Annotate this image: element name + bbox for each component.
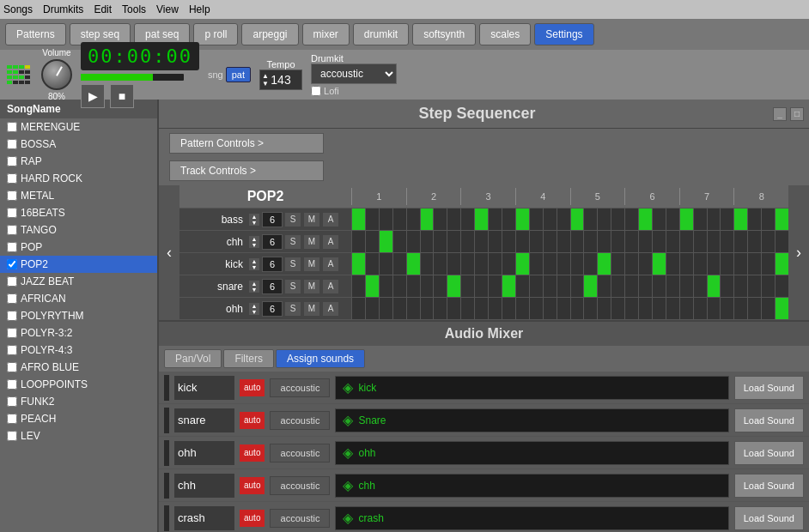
sidebar-item-16beats[interactable]: 16BEATS: [0, 204, 157, 221]
seq-cell-bass-4[interactable]: [406, 209, 420, 230]
sidebar-item-peach[interactable]: PEACH: [0, 410, 157, 427]
seq-cell-chh-31[interactable]: [775, 231, 788, 252]
play-button[interactable]: ▶: [81, 84, 105, 108]
seq-cell-kick-11[interactable]: [502, 253, 515, 275]
mixer-auto-btn-crash[interactable]: auto: [240, 510, 265, 527]
seq-cell-chh-26[interactable]: [707, 231, 721, 252]
song-checkbox-metal[interactable]: [7, 190, 17, 201]
seq-cell-chh-12[interactable]: [515, 231, 529, 252]
seq-cell-bass-3[interactable]: [392, 209, 406, 230]
seq-cell-bass-25[interactable]: [693, 209, 707, 230]
tab-p-roll[interactable]: p roll: [193, 23, 238, 45]
seq-cell-kick-19[interactable]: [611, 253, 624, 275]
seq-cell-kick-31[interactable]: [775, 253, 788, 275]
seq-cell-chh-3[interactable]: [392, 231, 406, 252]
seq-cell-ohh-19[interactable]: [611, 298, 624, 319]
seq-next-arrow[interactable]: ›: [788, 185, 809, 320]
track-spinners-bass[interactable]: ▲ ▼: [248, 213, 260, 227]
song-checkbox-merengue[interactable]: [7, 122, 17, 132]
seq-cell-ohh-1[interactable]: [365, 298, 379, 319]
track-controls-button[interactable]: Track Controls >: [169, 160, 324, 181]
seq-cell-ohh-10[interactable]: [488, 298, 502, 319]
seq-cell-snare-20[interactable]: [624, 275, 638, 297]
track-a-snare[interactable]: A: [322, 279, 339, 294]
seq-cell-ohh-11[interactable]: [502, 298, 515, 319]
song-checkbox-peach[interactable]: [7, 414, 17, 424]
seq-cell-chh-16[interactable]: [570, 231, 584, 252]
sidebar-item-pop[interactable]: POP: [0, 239, 157, 256]
seq-cell-snare-3[interactable]: [392, 275, 406, 297]
sidebar-item-polyrythm[interactable]: POLYRYTHM: [0, 307, 157, 324]
load-sound-btn-snare[interactable]: Load Sound: [734, 408, 804, 432]
seq-cell-ohh-24[interactable]: [679, 298, 693, 319]
sidebar-item-tango[interactable]: TANGO: [0, 221, 157, 239]
expand-icon[interactable]: □: [790, 107, 804, 121]
mixer-auto-btn-chh[interactable]: auto: [240, 477, 265, 494]
load-sound-btn-crash[interactable]: Load Sound: [734, 506, 804, 530]
pat-button[interactable]: pat: [226, 67, 251, 82]
menu-edit[interactable]: Edit: [94, 3, 112, 15]
seq-cell-kick-10[interactable]: [488, 253, 502, 275]
seq-cell-bass-7[interactable]: [447, 209, 460, 230]
seq-cell-snare-24[interactable]: [679, 275, 693, 297]
seq-cell-chh-4[interactable]: [406, 231, 420, 252]
seq-cell-bass-15[interactable]: [557, 209, 570, 230]
menu-view[interactable]: View: [156, 3, 179, 15]
seq-cell-chh-9[interactable]: [474, 231, 488, 252]
seq-cell-chh-13[interactable]: [529, 231, 543, 252]
seq-cell-snare-29[interactable]: [747, 275, 761, 297]
seq-cell-kick-20[interactable]: [624, 253, 638, 275]
sidebar-item-merengue[interactable]: MERENGUE: [0, 118, 157, 136]
seq-cell-snare-10[interactable]: [488, 275, 502, 297]
seq-cell-ohh-22[interactable]: [652, 298, 666, 319]
seq-cell-chh-29[interactable]: [747, 231, 761, 252]
seq-cell-snare-28[interactable]: [733, 275, 747, 297]
seq-cell-kick-8[interactable]: [460, 253, 474, 275]
seq-cell-chh-21[interactable]: [638, 231, 652, 252]
seq-cell-ohh-26[interactable]: [707, 298, 721, 319]
seq-cell-snare-25[interactable]: [693, 275, 707, 297]
seq-cell-chh-19[interactable]: [611, 231, 624, 252]
seq-cell-bass-1[interactable]: [365, 209, 379, 230]
seq-cell-bass-5[interactable]: [420, 209, 434, 230]
sidebar-item-polyr43[interactable]: POLYR-4:3: [0, 342, 157, 359]
tab-mixer[interactable]: mixer: [302, 23, 350, 45]
seq-cell-ohh-5[interactable]: [420, 298, 434, 319]
seq-cell-kick-30[interactable]: [761, 253, 775, 275]
seq-cell-bass-20[interactable]: [624, 209, 638, 230]
tempo-arrows-right[interactable]: ▲ ▼: [293, 72, 300, 88]
seq-cell-snare-15[interactable]: [557, 275, 570, 297]
seq-cell-snare-18[interactable]: [597, 275, 611, 297]
track-m-kick[interactable]: M: [303, 257, 320, 272]
song-checkbox-hard-rock[interactable]: [7, 173, 17, 184]
seq-cell-kick-3[interactable]: [392, 253, 406, 275]
seq-cell-bass-10[interactable]: [488, 209, 502, 230]
seq-cell-ohh-29[interactable]: [747, 298, 761, 319]
load-sound-btn-kick[interactable]: Load Sound: [734, 376, 804, 400]
song-checkbox-funk2[interactable]: [7, 396, 17, 407]
seq-cell-kick-16[interactable]: [570, 253, 584, 275]
seq-cell-kick-15[interactable]: [557, 253, 570, 275]
seq-cell-snare-6[interactable]: [433, 275, 447, 297]
load-sound-btn-chh[interactable]: Load Sound: [734, 474, 804, 498]
mixer-sound-name-kick[interactable]: ◈ kick: [335, 376, 728, 400]
song-checkbox-rap[interactable]: [7, 156, 17, 166]
sidebar-item-african[interactable]: AFRICAN: [0, 290, 157, 307]
seq-cell-chh-24[interactable]: [679, 231, 693, 252]
seq-cell-ohh-16[interactable]: [570, 298, 584, 319]
sidebar-item-pop2[interactable]: POP2: [0, 256, 157, 273]
sidebar-item-polyr32[interactable]: POLYR-3:2: [0, 324, 157, 342]
seq-cell-chh-11[interactable]: [502, 231, 515, 252]
seq-cell-ohh-12[interactable]: [515, 298, 529, 319]
seq-cell-snare-2[interactable]: [379, 275, 392, 297]
seq-cell-bass-28[interactable]: [733, 209, 747, 230]
seq-cell-chh-30[interactable]: [761, 231, 775, 252]
seq-cell-kick-1[interactable]: [365, 253, 379, 275]
seq-cell-ohh-3[interactable]: [392, 298, 406, 319]
seq-cell-ohh-18[interactable]: [597, 298, 611, 319]
seq-cell-ohh-28[interactable]: [733, 298, 747, 319]
track-m-ohh[interactable]: M: [303, 301, 320, 317]
song-checkbox-jazz-beat[interactable]: [7, 276, 17, 287]
pattern-controls-button[interactable]: Pattern Controls >: [169, 133, 324, 154]
seq-cell-ohh-6[interactable]: [433, 298, 447, 319]
